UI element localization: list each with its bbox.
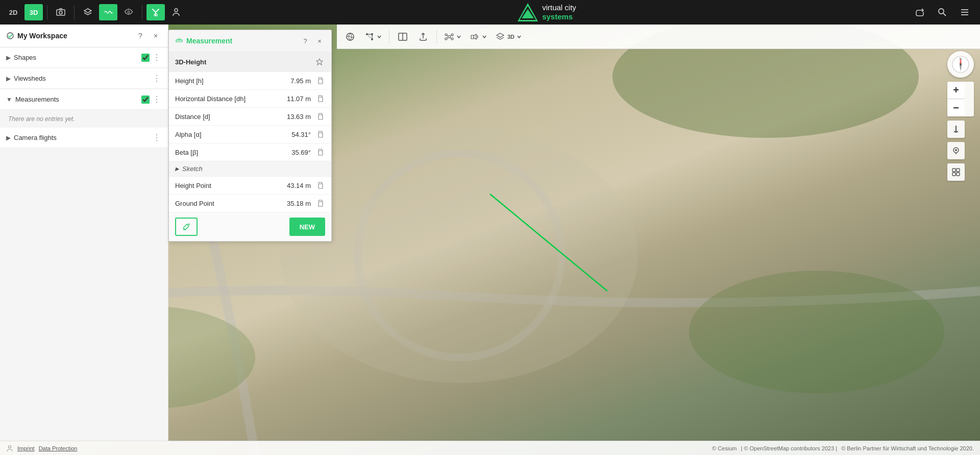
viewsheds-dots[interactable]: ⋮ (152, 73, 162, 84)
chevron-down-icon-3 (482, 34, 487, 39)
copy-height-point-button[interactable] (315, 180, 325, 190)
copy-ground-point-button[interactable] (315, 198, 325, 208)
map-toolbar-sep-2 (436, 30, 437, 44)
copy-alpha-button[interactable] (315, 129, 325, 139)
workspace-title: My Workspace (6, 32, 134, 40)
toolbar-right (904, 4, 980, 20)
svg-line-35 (447, 37, 448, 38)
copy-hdist-button[interactable] (315, 93, 325, 104)
3d-layers-button[interactable]: 3D (492, 28, 525, 45)
search-icon-button[interactable] (933, 4, 951, 20)
svg-point-57 (955, 149, 957, 151)
upload-button[interactable] (414, 28, 432, 45)
shapes-chevron: ▶ (6, 54, 11, 61)
split-view-button[interactable] (394, 28, 412, 45)
toolbar-left: 2D 3D (0, 4, 189, 20)
logo: virtual city systems (518, 3, 576, 21)
mode-2d-button[interactable]: 2D (4, 4, 22, 20)
svg-rect-6 (57, 10, 65, 15)
share-icon-button[interactable] (911, 4, 929, 20)
menu-icon-button[interactable] (955, 4, 974, 20)
svg-rect-58 (952, 169, 955, 172)
svg-point-31 (445, 38, 447, 40)
camera-flights-label: Camera flights (14, 134, 152, 141)
workspace-icon (6, 32, 14, 40)
copy-height-button[interactable] (315, 76, 325, 86)
svg-line-33 (447, 35, 448, 36)
measurement-panel-icon (175, 37, 183, 45)
svg-point-10 (175, 9, 178, 12)
layers-icon-button[interactable] (79, 4, 97, 20)
mp-row-ground-point: Ground Point 35.18 m (169, 195, 331, 212)
network-button[interactable] (441, 28, 464, 45)
svg-rect-59 (957, 169, 960, 172)
measurement-help-button[interactable]: ? (300, 35, 311, 46)
svg-point-4 (281, 128, 638, 383)
sound-layers-button[interactable] (467, 28, 490, 45)
flight-icon-button[interactable] (167, 4, 185, 20)
tool-icon-button[interactable] (146, 4, 165, 20)
measurement-panel-title: Measurement (175, 37, 300, 45)
data-protection-link[interactable]: Data Protection (39, 445, 78, 451)
camera-flights-chevron: ▶ (6, 134, 11, 141)
measurement-new-button[interactable]: NEW (289, 218, 325, 236)
zoom-out-button[interactable]: − (947, 99, 965, 116)
workspace-item-measurements[interactable]: ▼ Measurements ⋮ (0, 89, 168, 110)
svg-rect-47 (318, 151, 323, 155)
measurements-checkbox[interactable] (141, 95, 150, 104)
measurements-dots[interactable]: ⋮ (152, 93, 162, 105)
cesium-credit: © Cesium (712, 445, 737, 451)
zoom-in-button[interactable]: + (947, 82, 965, 99)
mp-row-hdist: Horizontal Distance [dh] 11.07 m (169, 90, 331, 108)
viewsheds-chevron: ▶ (6, 75, 11, 82)
compass[interactable]: N (947, 51, 974, 78)
svg-point-14 (939, 9, 944, 14)
globe-view-button[interactable] (341, 28, 359, 45)
measurement-pin-button[interactable] (314, 56, 325, 67)
workspace-help-button[interactable]: ? (134, 30, 146, 42)
copy-beta-button[interactable] (315, 147, 325, 157)
svg-rect-60 (952, 173, 955, 176)
waveform-icon-button[interactable] (99, 4, 117, 20)
shapes-dots[interactable]: ⋮ (152, 52, 162, 63)
workspace-item-camera-flights[interactable]: ▶ Camera flights ⋮ (0, 128, 168, 148)
map-style-button[interactable] (947, 163, 965, 181)
mp-row-height: Height [h] 7.95 m (169, 72, 331, 90)
shapes-label: Shapes (14, 54, 141, 61)
measurement-close-button[interactable]: × (314, 35, 325, 46)
measurement-panel-actions: ? × (300, 35, 325, 46)
svg-line-34 (450, 35, 451, 36)
chevron-down-icon-2 (456, 34, 461, 39)
toolbar-separator-3 (142, 5, 142, 19)
location-button[interactable] (947, 142, 965, 159)
workspace-close-button[interactable]: × (150, 30, 162, 42)
measurement-panel-header: Measurement ? × (169, 30, 331, 52)
measurements-empty: There are no entries yet. (0, 110, 168, 128)
workspace-item-viewsheds[interactable]: ▶ Viewsheds ⋮ (0, 68, 168, 89)
camera-flights-dots[interactable]: ⋮ (152, 132, 162, 143)
measurement-panel-footer: NEW (169, 212, 331, 241)
svg-point-52 (960, 63, 962, 65)
workspace-item-shapes[interactable]: ▶ Shapes ⋮ (0, 47, 168, 68)
measure-tool-button[interactable] (361, 28, 385, 45)
svg-line-36 (450, 37, 451, 38)
imprint-link[interactable]: Imprint (17, 445, 35, 451)
svg-line-15 (943, 13, 946, 16)
svg-point-2 (689, 271, 944, 393)
settings-icon-button[interactable] (119, 4, 138, 20)
workspace-panel: My Workspace ? × ▶ Shapes ⋮ ▶ Viewsheds … (0, 25, 168, 441)
measurements-chevron: ▼ (6, 96, 12, 103)
tilt-button[interactable] (947, 121, 965, 138)
shapes-checkbox[interactable] (141, 54, 150, 62)
zoom-controls: + − (947, 82, 974, 116)
copy-dist-button[interactable] (315, 111, 325, 122)
mode-3d-button[interactable]: 3D (24, 4, 43, 20)
workspace-header: My Workspace ? × (0, 25, 168, 47)
logo-text: virtual city systems (542, 3, 576, 21)
map-toolbar-sep-1 (389, 30, 389, 44)
logo-icon (518, 3, 538, 21)
status-bar: Imprint Data Protection © Cesium | © Ope… (0, 441, 980, 455)
photo-icon-button[interactable] (52, 4, 70, 20)
osm-credit: | © OpenStreetMap contributors 2023 | (741, 445, 837, 451)
measurement-edit-button[interactable] (175, 218, 198, 236)
